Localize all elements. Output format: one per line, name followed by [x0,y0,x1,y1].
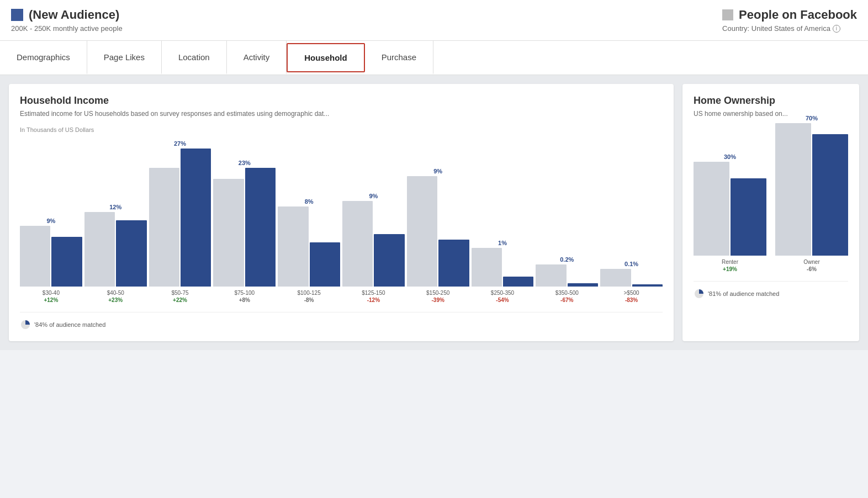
bar-background [407,176,437,287]
bar-change: -12% [367,297,380,303]
ownership-bar-fg [731,178,766,256]
bar-group-125150: 9%$125-150-12% [342,137,405,303]
nav-tabs: DemographicsPage LikesLocationActivityHo… [0,41,868,75]
household-income-panel: Household Income Estimated income for US… [9,84,674,341]
bar-percent-label: 0.2% [560,256,574,263]
bar-background [472,248,502,287]
bar-background [278,206,308,287]
bar-label: $30-40 [43,290,60,296]
bar-percent-label: 9% [46,218,55,224]
bar-group-500: 0.1%>$500-83% [600,137,663,303]
bar-group-3040: 9%$30-40+12% [20,137,82,303]
bar-background [213,179,244,287]
bar-percent-label: 1% [498,240,507,246]
ownership-bar-bg [775,123,811,256]
bar-change: -54% [496,297,509,303]
bar-change: -67% [560,297,573,303]
bars-wrapper [278,206,340,287]
ownership-bar-chart: 30%Renter+19%70%Owner-6% [694,129,848,272]
bar-percent-label: 27% [174,140,186,147]
facebook-subtitle: Country: United States of America i [722,24,840,33]
bar-percent-label: 9% [433,168,442,174]
header-bar: (New Audience) 200K - 250K monthly activ… [0,0,868,41]
tab-demographics[interactable]: Demographics [0,41,87,75]
bar-foreground [310,242,340,287]
bar-group-75100: 23%$75-100+8% [213,137,276,303]
ownership-bar-change: -6% [807,266,817,272]
bar-foreground [51,237,82,287]
new-audience-icon [11,9,23,21]
bar-change: -83% [625,297,638,303]
bar-background [536,264,566,287]
tab-purchase[interactable]: Purchase [365,41,433,75]
tab-page-likes[interactable]: Page Likes [87,41,162,75]
bar-percent-label: 9% [369,193,378,199]
ownership-bar-bg [694,162,729,256]
home-ownership-title: Home Ownership [694,95,848,107]
bar-foreground [245,168,276,287]
facebook-title: People on Facebook [722,8,857,22]
ownership-bar-percent: 30% [724,153,736,160]
facebook-icon [722,9,733,20]
ownership-bar-change: +19% [723,266,737,272]
bar-background [20,226,50,287]
bar-percent-label: 8% [305,198,314,205]
bar-foreground [568,283,598,287]
bar-change: +8% [239,297,250,303]
main-content: Household Income Estimated income for US… [0,75,868,350]
income-bar-chart: 9%$30-40+12%12%$40-50+23%27%$50-75+22%23… [20,137,663,303]
ownership-bars-wrapper [694,162,766,256]
household-income-title: Household Income [20,95,663,107]
bar-background [342,201,373,287]
bar-label: $100-125 [297,290,320,296]
bar-group-350500: 0.2%$350-500-67% [536,137,598,303]
bar-change: -39% [432,297,444,303]
audience-subtitle: 200K - 250K monthly active people [11,24,123,33]
bar-label: $150-250 [426,290,449,296]
bar-group-100125: 8%$100-125-8% [278,137,340,303]
ownership-bar-label: Owner [803,259,819,265]
ownership-bar-group-owner: 70%Owner-6% [775,129,848,272]
bar-foreground [503,277,533,287]
tab-location[interactable]: Location [162,41,227,75]
home-ownership-panel: Home Ownership US home ownership based o… [682,84,859,341]
bar-group-4050: 12%$40-50+23% [84,137,147,303]
bar-background [600,269,631,287]
bars-wrapper [600,269,663,287]
pie-chart-icon [20,319,31,330]
ownership-bar-group-renter: 30%Renter+19% [694,129,766,272]
bars-wrapper [20,226,82,287]
pie-chart-icon-right [694,288,705,299]
bars-wrapper [213,168,276,287]
tab-household[interactable]: Household [287,43,365,72]
bar-change: +12% [44,297,58,303]
bar-percent-label: 12% [109,204,121,210]
ownership-footer: '81% of audience matched [694,281,848,299]
bar-percent-label: 23% [239,160,251,166]
household-income-desc: Estimated income for US households based… [20,110,663,118]
bar-label: $75-100 [234,290,255,296]
bars-wrapper [536,264,598,287]
bar-label: $50-75 [171,290,188,296]
bar-label: $40-50 [107,290,124,296]
bars-wrapper [149,149,211,287]
bar-group-250350: 1%$250-350-54% [472,137,534,303]
bar-change: +23% [108,297,123,303]
bar-foreground [116,220,146,287]
bar-change: -8% [304,297,314,303]
bars-wrapper [342,201,405,287]
ownership-bars-wrapper [775,123,848,256]
income-footer: '84% of audience matched [20,312,663,330]
bar-label: $250-350 [491,290,514,296]
bars-wrapper [407,176,469,287]
audience-title: (New Audience) [11,8,123,22]
info-icon[interactable]: i [833,25,840,33]
chart-label-y: In Thousands of US Dollars [20,126,663,133]
bar-foreground [632,284,663,287]
tab-activity[interactable]: Activity [227,41,287,75]
bar-background [84,212,115,287]
facebook-people: People on Facebook Country: United State… [722,8,857,33]
bar-foreground [438,240,469,287]
bars-wrapper [472,248,534,287]
bars-wrapper [84,212,147,287]
